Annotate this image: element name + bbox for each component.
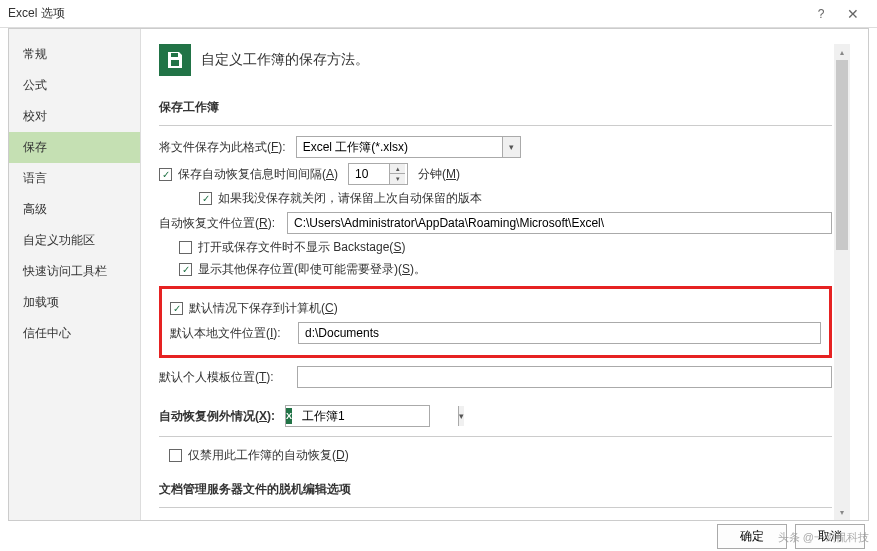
page-header: 自定义工作簿的保存方法。 <box>159 44 832 76</box>
page-title: 自定义工作簿的保存方法。 <box>201 51 369 69</box>
titlebar: Excel 选项 ? ✕ <box>0 0 877 28</box>
keep-last-row: ✓ 如果我没保存就关闭，请保留上次自动保留的版本 <box>199 190 832 207</box>
save-to-pc-row: ✓ 默认情况下保存到计算机(C) <box>170 300 821 317</box>
keep-last-label: 如果我没保存就关闭，请保留上次自动保留的版本 <box>218 190 482 207</box>
disable-autorecover-label: 仅禁用此工作簿的自动恢复(D) <box>188 447 349 464</box>
highlighted-default-save-box: ✓ 默认情况下保存到计算机(C) 默认本地文件位置(I): <box>159 286 832 358</box>
save-format-row: 将文件保存为此格式(F): ▾ <box>159 136 832 158</box>
disable-autorecover-checkbox[interactable] <box>169 449 182 462</box>
excel-file-icon: X <box>286 408 292 424</box>
show-other-locations-checkbox[interactable]: ✓ <box>179 263 192 276</box>
section-save-workbook: 保存工作簿 <box>159 94 832 121</box>
template-location-row: 默认个人模板位置(T): <box>159 366 832 388</box>
template-location-input[interactable] <box>297 366 832 388</box>
sidebar-item-formulas[interactable]: 公式 <box>9 70 140 101</box>
save-to-pc-label: 默认情况下保存到计算机(C) <box>189 300 338 317</box>
save-icon <box>159 44 191 76</box>
divider <box>159 436 832 437</box>
sidebar: 常规 公式 校对 保存 语言 高级 自定义功能区 快速访问工具栏 加载项 信任中… <box>9 29 141 520</box>
save-format-combo[interactable]: ▾ <box>296 136 521 158</box>
sidebar-item-general[interactable]: 常规 <box>9 39 140 70</box>
help-button[interactable]: ? <box>805 7 837 21</box>
sidebar-item-proofing[interactable]: 校对 <box>9 101 140 132</box>
sidebar-item-language[interactable]: 语言 <box>9 163 140 194</box>
divider <box>159 507 832 508</box>
disable-autorecover-row: 仅禁用此工作簿的自动恢复(D) <box>169 447 832 464</box>
ok-button[interactable]: 确定 <box>717 524 787 549</box>
autorecover-label: 保存自动恢复信息时间间隔(A) <box>178 166 338 183</box>
autorecover-minutes-spinner[interactable]: ▴▾ <box>348 163 408 185</box>
show-other-locations-row: ✓ 显示其他保存位置(即使可能需要登录)(S)。 <box>179 261 832 278</box>
workbook-combo-value[interactable] <box>296 406 458 426</box>
default-location-input[interactable] <box>298 322 821 344</box>
default-location-label: 默认本地文件位置(I): <box>170 325 298 342</box>
workbook-combo[interactable]: X ▾ <box>285 405 430 427</box>
autorecover-location-input[interactable] <box>287 212 832 234</box>
autorecover-row: ✓ 保存自动恢复信息时间间隔(A) ▴▾ 分钟(M) <box>159 163 832 185</box>
autorecover-location-row: 自动恢复文件位置(R): <box>159 212 832 234</box>
default-location-row: 默认本地文件位置(I): <box>170 322 821 344</box>
autorecover-minutes[interactable] <box>349 164 389 184</box>
template-location-label: 默认个人模板位置(T): <box>159 369 297 386</box>
sidebar-item-customize-ribbon[interactable]: 自定义功能区 <box>9 225 140 256</box>
save-format-label: 将文件保存为此格式(F): <box>159 139 286 156</box>
content: 常规 公式 校对 保存 语言 高级 自定义功能区 快速访问工具栏 加载项 信任中… <box>8 28 869 521</box>
dialog-footer: 确定 取消 <box>0 521 877 551</box>
sidebar-item-advanced[interactable]: 高级 <box>9 194 140 225</box>
autorecover-checkbox[interactable]: ✓ <box>159 168 172 181</box>
vertical-scrollbar[interactable]: ▴ ▾ <box>834 44 850 520</box>
sidebar-item-addins[interactable]: 加载项 <box>9 287 140 318</box>
save-format-value[interactable] <box>297 137 502 157</box>
scroll-up-icon[interactable]: ▴ <box>834 44 850 60</box>
scroll-down-icon[interactable]: ▾ <box>834 504 850 520</box>
cancel-button[interactable]: 取消 <box>795 524 865 549</box>
spinner-up-icon[interactable]: ▴ <box>390 164 405 174</box>
save-to-pc-checkbox[interactable]: ✓ <box>170 302 183 315</box>
minutes-label: 分钟(M) <box>418 166 460 183</box>
autorecover-location-label: 自动恢复文件位置(R): <box>159 215 287 232</box>
divider <box>159 125 832 126</box>
section-autorecover-exceptions: 自动恢复例外情况(X): X ▾ <box>159 400 832 432</box>
svg-rect-0 <box>175 53 177 56</box>
window-title: Excel 选项 <box>8 5 805 22</box>
scroll-thumb[interactable] <box>836 60 848 250</box>
close-button[interactable]: ✕ <box>837 6 869 22</box>
keep-last-checkbox[interactable]: ✓ <box>199 192 212 205</box>
sidebar-item-quick-access[interactable]: 快速访问工具栏 <box>9 256 140 287</box>
main-panel: 自定义工作簿的保存方法。 保存工作簿 将文件保存为此格式(F): ▾ ✓ 保存自… <box>141 29 868 520</box>
no-backstage-checkbox[interactable] <box>179 241 192 254</box>
no-backstage-label: 打开或保存文件时不显示 Backstage(S) <box>198 239 405 256</box>
no-backstage-row: 打开或保存文件时不显示 Backstage(S) <box>179 239 832 256</box>
autorecover-exceptions-label: 自动恢复例外情况(X): <box>159 408 275 425</box>
chevron-down-icon[interactable]: ▾ <box>502 137 520 157</box>
sidebar-item-save[interactable]: 保存 <box>9 132 140 163</box>
spinner-down-icon[interactable]: ▾ <box>390 174 405 184</box>
show-other-locations-label: 显示其他保存位置(即使可能需要登录)(S)。 <box>198 261 426 278</box>
chevron-down-icon[interactable]: ▾ <box>458 406 464 426</box>
sidebar-item-trust-center[interactable]: 信任中心 <box>9 318 140 349</box>
section-offline-editing: 文档管理服务器文件的脱机编辑选项 <box>159 476 832 503</box>
